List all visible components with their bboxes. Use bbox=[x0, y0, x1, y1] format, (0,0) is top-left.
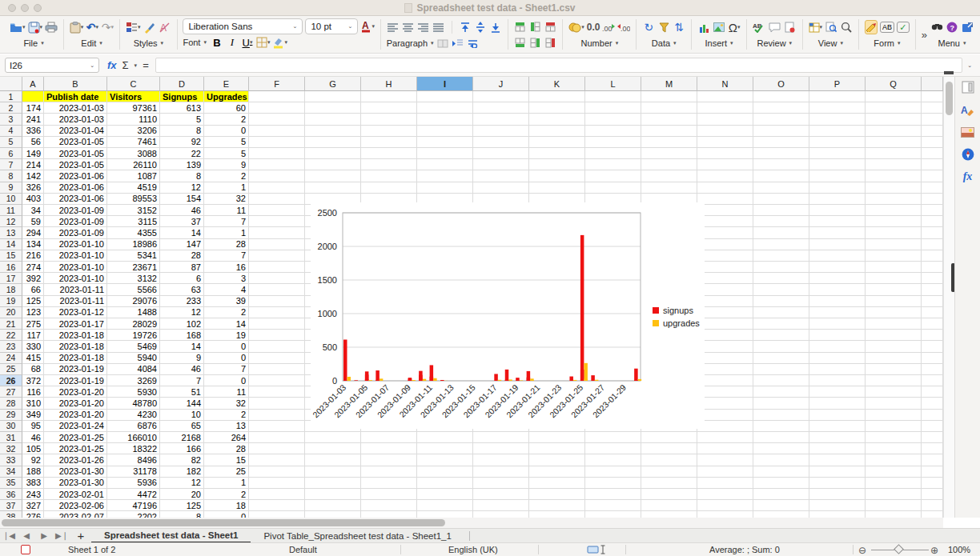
cell-J32[interactable] bbox=[473, 443, 529, 454]
cell-E11[interactable]: 11 bbox=[204, 205, 249, 216]
cell-N35[interactable] bbox=[697, 478, 753, 489]
row-header-14[interactable]: 14 bbox=[0, 239, 22, 250]
cell-B5[interactable]: 2023-01-05 bbox=[44, 137, 107, 148]
cell-K37[interactable] bbox=[529, 500, 585, 511]
cell-G33[interactable] bbox=[305, 454, 361, 466]
cell-B36[interactable]: 2023-02-01 bbox=[44, 489, 107, 500]
paste-icon[interactable]: ▾ bbox=[70, 20, 84, 34]
cell-G5[interactable] bbox=[305, 137, 361, 148]
cell-A37[interactable]: 327 bbox=[22, 500, 44, 511]
cell-N8[interactable] bbox=[697, 170, 753, 182]
sidebar-functions-icon[interactable]: fx bbox=[962, 170, 974, 184]
cell-B11[interactable]: 2023-01-09 bbox=[44, 205, 107, 216]
cell-E30[interactable]: 13 bbox=[204, 421, 249, 432]
cell-P12[interactable] bbox=[809, 216, 866, 227]
cell-Q28[interactable] bbox=[866, 398, 922, 409]
cell-O1[interactable] bbox=[753, 91, 809, 102]
cell-Q16[interactable] bbox=[866, 262, 922, 273]
cell-K8[interactable] bbox=[529, 170, 585, 182]
cell-E17[interactable]: 3 bbox=[204, 273, 249, 284]
cell-N5[interactable] bbox=[697, 137, 753, 148]
cell-Q6[interactable] bbox=[866, 148, 922, 159]
cell-C27[interactable]: 5930 bbox=[107, 386, 160, 398]
cell-F32[interactable] bbox=[249, 443, 305, 454]
cell-A8[interactable]: 142 bbox=[22, 170, 44, 182]
row-header-29[interactable]: 29 bbox=[0, 410, 22, 421]
cell-O7[interactable] bbox=[753, 159, 809, 170]
sheet-tab-2[interactable]: Pivot Table_Spreadsheet test data - Shee… bbox=[251, 529, 464, 543]
cell-M36[interactable] bbox=[641, 489, 697, 500]
cell-H4[interactable] bbox=[361, 126, 417, 137]
cell-H34[interactable] bbox=[361, 466, 417, 478]
cell-F17[interactable] bbox=[249, 273, 305, 284]
cell-B37[interactable]: 2023-02-06 bbox=[44, 500, 107, 511]
cell-B31[interactable]: 2023-01-25 bbox=[44, 432, 107, 443]
cell-extra34[interactable] bbox=[922, 466, 943, 478]
cell-extra25[interactable] bbox=[922, 364, 943, 375]
number-menu-button[interactable]: Number▾ bbox=[568, 37, 630, 50]
column-header-A[interactable]: A bbox=[22, 77, 44, 91]
cell-E8[interactable]: 2 bbox=[204, 170, 249, 182]
cell-D27[interactable]: 51 bbox=[160, 386, 204, 398]
cell-E31[interactable]: 264 bbox=[204, 432, 249, 443]
cell-F11[interactable] bbox=[249, 205, 305, 216]
cell-C34[interactable]: 31178 bbox=[107, 466, 160, 478]
cell-A23[interactable]: 330 bbox=[22, 341, 44, 352]
insert-menu-button[interactable]: Insert▾ bbox=[697, 37, 741, 50]
file-menu-button[interactable]: File▾ bbox=[10, 37, 58, 50]
cell-G36[interactable] bbox=[305, 489, 361, 500]
insert-column-after-icon[interactable] bbox=[528, 35, 541, 50]
cell-P3[interactable] bbox=[809, 114, 866, 125]
cell-P5[interactable] bbox=[809, 137, 866, 148]
comment-icon[interactable] bbox=[769, 20, 781, 34]
cell-A24[interactable]: 415 bbox=[22, 353, 44, 364]
cell-Q19[interactable] bbox=[866, 296, 922, 307]
cell-M6[interactable] bbox=[641, 148, 697, 159]
cell-E12[interactable]: 7 bbox=[204, 216, 249, 227]
cell-D32[interactable]: 166 bbox=[160, 443, 204, 454]
undo-icon[interactable]: ↶▾ bbox=[86, 20, 98, 34]
cell-G38[interactable] bbox=[305, 511, 361, 518]
formula-input[interactable] bbox=[155, 58, 962, 73]
cell-F1[interactable] bbox=[249, 91, 305, 102]
cell-F16[interactable] bbox=[249, 262, 305, 273]
cell-P36[interactable] bbox=[809, 489, 866, 500]
cell-B20[interactable]: 2023-01-12 bbox=[44, 307, 107, 318]
cell-extra8[interactable] bbox=[922, 170, 943, 182]
row-header-8[interactable]: 8 bbox=[0, 170, 22, 182]
cell-E33[interactable]: 15 bbox=[204, 454, 249, 466]
cell-Q11[interactable] bbox=[866, 205, 922, 216]
cell-N10[interactable] bbox=[697, 194, 753, 205]
cell-A20[interactable]: 123 bbox=[22, 307, 44, 318]
cell-M2[interactable] bbox=[641, 102, 697, 114]
cell-J31[interactable] bbox=[473, 432, 529, 443]
cell-Q36[interactable] bbox=[866, 489, 922, 500]
cell-L35[interactable] bbox=[585, 478, 641, 489]
cell-M8[interactable] bbox=[641, 170, 697, 182]
cell-G9[interactable] bbox=[305, 182, 361, 194]
cell-O22[interactable] bbox=[753, 330, 809, 341]
cell-N30[interactable] bbox=[697, 421, 753, 432]
cell-C1[interactable]: Visitors bbox=[107, 91, 160, 102]
selection-stats-label[interactable]: Average: ; Sum: 0 bbox=[709, 545, 780, 554]
cell-P4[interactable] bbox=[809, 126, 866, 137]
cell-E15[interactable]: 7 bbox=[204, 250, 249, 262]
cell-extra14[interactable] bbox=[922, 239, 943, 250]
row-header-18[interactable]: 18 bbox=[0, 284, 22, 295]
font-size-select[interactable]: 10 pt⌄ bbox=[305, 18, 358, 34]
autofilter-icon[interactable] bbox=[657, 20, 670, 34]
cell-B2[interactable]: 2023-01-03 bbox=[44, 102, 107, 114]
row-header-34[interactable]: 34 bbox=[0, 466, 22, 478]
cell-C31[interactable]: 166010 bbox=[107, 432, 160, 443]
cell-K5[interactable] bbox=[529, 137, 585, 148]
cell-L8[interactable] bbox=[585, 170, 641, 182]
bold-icon[interactable]: B bbox=[211, 35, 223, 50]
cell-F13[interactable] bbox=[249, 227, 305, 238]
add-sheet-icon[interactable]: + bbox=[70, 529, 91, 542]
cell-K4[interactable] bbox=[529, 126, 585, 137]
cell-E23[interactable]: 0 bbox=[204, 341, 249, 352]
cell-N27[interactable] bbox=[697, 386, 753, 398]
cell-I3[interactable] bbox=[417, 114, 473, 125]
cell-Q29[interactable] bbox=[866, 410, 922, 421]
cell-E26[interactable]: 0 bbox=[204, 375, 249, 386]
